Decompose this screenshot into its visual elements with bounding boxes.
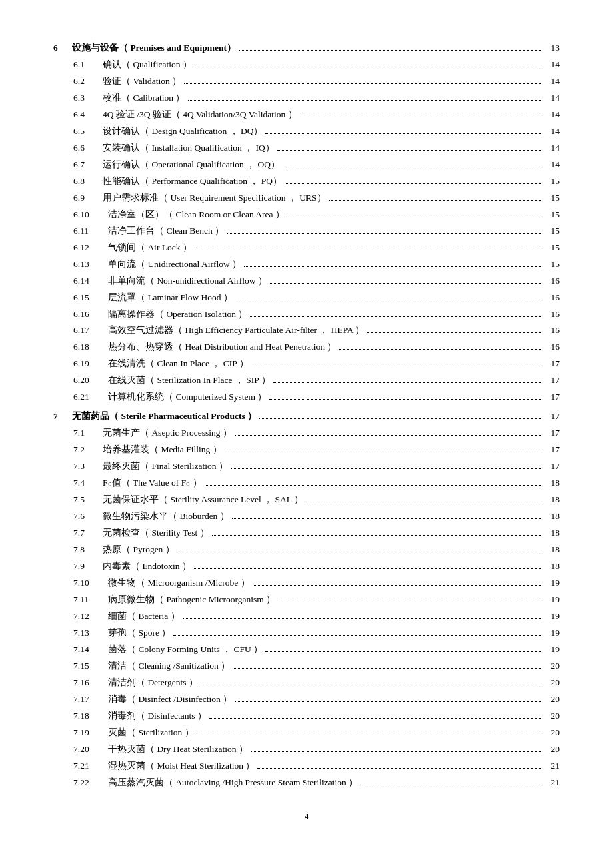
toc-dots	[209, 718, 541, 719]
toc-label: 清洁剂（ Detergents ）	[108, 675, 198, 691]
toc-entry: 6.17 高效空气过滤器（ High Efficiency Particulat…	[53, 322, 560, 339]
toc-page: 20	[544, 725, 560, 741]
toc-entry: 6.19 在线清洗（ Clean In Place ， CIP ） 17	[53, 356, 560, 372]
toc-dots	[194, 568, 541, 569]
toc-dots	[225, 452, 541, 452]
toc-label: 芽孢（ Spore ）	[108, 625, 171, 642]
toc-page: 17	[544, 356, 560, 372]
toc-dots	[278, 602, 541, 602]
toc-label: 热分布、热穿透（ Heat Distribution and Heat Pene…	[108, 339, 336, 356]
toc-label: 验证（ Validation ）	[103, 73, 181, 90]
toc-number: 6.20	[73, 372, 108, 389]
toc-entry: 7.14 菌落（ Colony Forming Units ， CFU ） 19	[53, 642, 560, 658]
toc-number: 6.2	[73, 73, 103, 90]
toc-label: 隔离操作器（ Operation Isolation ）	[108, 306, 247, 323]
toc-number: 6.6	[73, 140, 103, 157]
toc-page: 20	[544, 658, 560, 675]
toc-label: 清洁（ Cleaning /Sanitization ）	[108, 658, 230, 675]
toc-label: 单向流（ Unidirectional Airflow ）	[108, 256, 241, 273]
toc-number: 6	[53, 40, 72, 57]
toc-label: 4Q 验证 /3Q 验证（ 4Q Validation/3Q Validatio…	[103, 107, 297, 123]
toc-entry: 7.17 消毒（ Disinfect /Disinfection ） 20	[53, 691, 560, 708]
toc-number: 7.4	[73, 475, 103, 492]
toc-number: 7.11	[73, 592, 108, 608]
toc-number: 7.22	[73, 775, 108, 791]
toc-number: 6.5	[73, 123, 103, 140]
toc-label: 细菌（ Bacteria ）	[108, 608, 180, 625]
toc-dots	[259, 418, 541, 419]
toc-dots	[205, 485, 541, 486]
toc-entry: 6.14 非单向流（ Non-unidirectional Airflow ） …	[53, 273, 560, 290]
toc-dots	[360, 785, 541, 785]
toc-number: 7.9	[73, 558, 103, 575]
toc-entry: 7.2 培养基灌装（ Media Filling ） 17	[53, 442, 560, 458]
toc-entry: 7.10 微生物（ Microorganism /Microbe ） 19	[53, 575, 560, 592]
toc-dots	[235, 300, 541, 300]
toc-number: 6.11	[73, 223, 108, 240]
toc-page: 14	[544, 90, 560, 107]
toc-page: 14	[544, 57, 560, 73]
toc-entry: 6.12 气锁间（ Air Lock ） 15	[53, 240, 560, 256]
toc-entry: 6.10 洁净室（区）（ Clean Room or Clean Area ） …	[53, 207, 560, 223]
toc-number: 6.3	[73, 90, 103, 107]
toc-label: 菌落（ Colony Forming Units ， CFU ）	[108, 642, 263, 658]
toc-entry: 7.4 F₀值（ The Value of F₀ ） 18	[53, 475, 560, 492]
toc-label: 微生物（ Microorganism /Microbe ）	[108, 575, 250, 592]
toc-number: 6.13	[73, 256, 108, 273]
toc-entry: 7.19 灭菌（ Sterilization ） 20	[53, 725, 560, 741]
toc-entry: 7.6 微生物污染水平（ Bioburden ） 18	[53, 508, 560, 525]
toc-number: 7.2	[73, 442, 103, 458]
toc-dots	[367, 332, 541, 333]
toc-dots	[250, 316, 541, 317]
toc-page: 17	[544, 442, 560, 458]
toc-entry: 6 设施与设备（ Premises and Equipment） 13	[53, 40, 560, 57]
toc-number: 6.12	[73, 240, 108, 256]
toc-label: 在线灭菌（ Sterilization In Place ， SIP ）	[108, 372, 271, 389]
toc-label: 干热灭菌（ Dry Heat Sterilization ）	[108, 741, 248, 758]
toc-dots	[283, 167, 541, 167]
toc-number: 7.14	[73, 642, 108, 658]
toc-dots	[329, 200, 541, 201]
toc-page: 15	[544, 190, 560, 207]
toc-page: 19	[544, 608, 560, 625]
toc-entry: 7.7 无菌检查（ Sterility Test ） 18	[53, 525, 560, 542]
toc-number: 7.7	[73, 525, 103, 542]
toc-label: 气锁间（ Air Lock ）	[108, 240, 192, 256]
toc-dots	[212, 535, 541, 536]
toc-entry: 6.9 用户需求标准（ User Requirement Specificati…	[53, 190, 560, 207]
toc-label: 灭菌（ Sterilization ）	[108, 725, 194, 741]
toc-label: 消毒（ Disinfect /Disinfection ）	[108, 691, 232, 708]
toc-number: 6.10	[73, 207, 108, 223]
toc-entry: 6.4 4Q 验证 /3Q 验证（ 4Q Validation/3Q Valid…	[53, 107, 560, 123]
toc-number: 6.4	[73, 107, 103, 123]
toc-dots	[269, 399, 541, 400]
toc-number: 7.20	[73, 741, 108, 758]
toc-container: 6 设施与设备（ Premises and Equipment） 13 6.1 …	[53, 40, 560, 791]
toc-entry: 6.7 运行确认（ Operational Qualification ， OQ…	[53, 157, 560, 173]
toc-page: 19	[544, 592, 560, 608]
toc-entry: 7.1 无菌生产（ Aseptic Processing ） 17	[53, 425, 560, 442]
toc-entry: 7.11 病原微生物（ Pathogenic Microorganism ） 1…	[53, 592, 560, 608]
toc-label: 在线清洗（ Clean In Place ， CIP ）	[108, 356, 249, 372]
toc-dots	[273, 382, 541, 383]
toc-page: 15	[544, 256, 560, 273]
toc-page: 14	[544, 73, 560, 90]
toc-dots	[287, 217, 541, 217]
toc-number: 7.17	[73, 691, 108, 708]
toc-page: 21	[544, 758, 560, 775]
toc-number: 6.17	[73, 322, 108, 339]
toc-label: 运行确认（ Operational Qualification ， OQ）	[103, 157, 280, 173]
toc-label: 微生物污染水平（ Bioburden ）	[103, 508, 229, 525]
toc-entry: 6.18 热分布、热穿透（ Heat Distribution and Heat…	[53, 339, 560, 356]
toc-page: 14	[544, 140, 560, 157]
toc-dots	[300, 117, 541, 117]
toc-dots	[177, 552, 541, 552]
toc-number: 7.16	[73, 675, 108, 691]
toc-page: 15	[544, 240, 560, 256]
toc-page: 15	[544, 207, 560, 223]
page-footer: 4	[53, 811, 560, 822]
toc-number: 7.8	[73, 542, 103, 558]
toc-page: 15	[544, 173, 560, 190]
toc-page: 16	[544, 306, 560, 323]
toc-entry: 6.8 性能确认（ Performance Qualification ， PQ…	[53, 173, 560, 190]
